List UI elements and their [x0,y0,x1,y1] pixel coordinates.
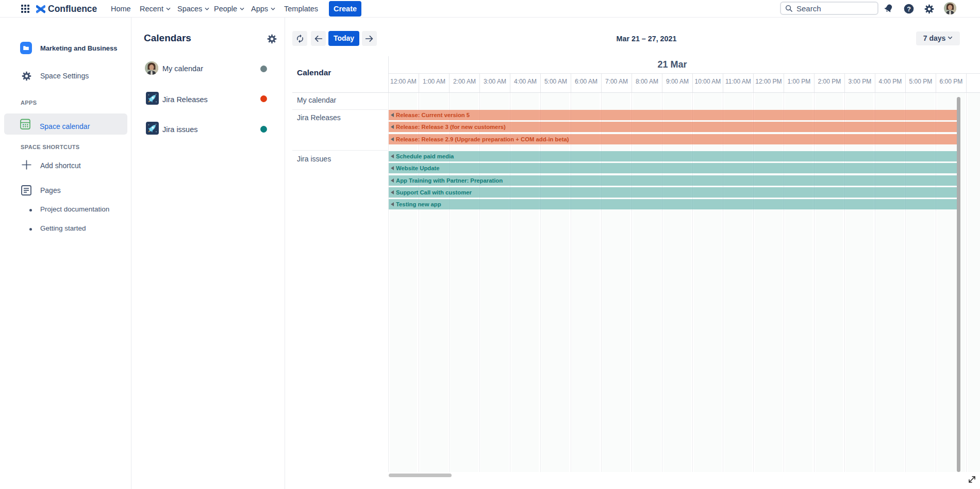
svg-text:?: ? [907,6,911,13]
